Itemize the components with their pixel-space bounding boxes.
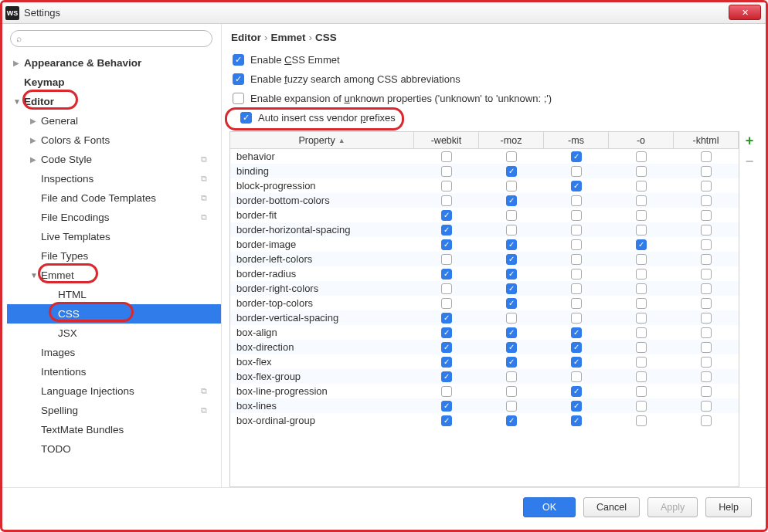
checkbox-icon[interactable] xyxy=(441,269,452,280)
apply-button[interactable]: Apply xyxy=(647,497,698,517)
checkbox-icon[interactable] xyxy=(636,166,647,177)
sidebar-item-keymap[interactable]: Keymap xyxy=(7,73,221,92)
table-row[interactable]: box-flex xyxy=(230,354,739,369)
sidebar-item-intentions[interactable]: Intentions xyxy=(7,362,221,381)
col-header-o[interactable]: -o xyxy=(609,132,674,148)
checkbox-icon[interactable] xyxy=(506,342,517,353)
prefix-cell[interactable] xyxy=(414,269,479,280)
prefix-cell[interactable] xyxy=(674,357,739,368)
prefix-cell[interactable] xyxy=(609,151,674,162)
checkbox-icon[interactable] xyxy=(441,283,452,294)
prefix-cell[interactable] xyxy=(544,401,609,412)
prefix-cell[interactable] xyxy=(674,283,739,294)
sidebar-item-inspections[interactable]: Inspections⧉ xyxy=(7,169,221,188)
table-row[interactable]: box-align xyxy=(230,325,739,340)
checkbox-icon[interactable] xyxy=(636,401,647,412)
prefix-cell[interactable] xyxy=(609,327,674,338)
checkbox-icon[interactable] xyxy=(441,401,452,412)
prefix-cell[interactable] xyxy=(544,254,609,265)
prefix-cell[interactable] xyxy=(609,313,674,324)
table-row[interactable]: border-fit xyxy=(230,208,739,222)
checkbox-icon[interactable] xyxy=(636,313,647,324)
checkbox-icon[interactable] xyxy=(506,210,517,221)
col-header-moz[interactable]: -moz xyxy=(479,132,544,148)
col-header-property[interactable]: Property▲ xyxy=(230,132,414,148)
checkbox-icon[interactable] xyxy=(571,166,582,177)
table-row[interactable]: border-right-colors xyxy=(230,281,739,296)
sidebar-item-general[interactable]: ▶General xyxy=(7,111,221,130)
checkbox-icon[interactable] xyxy=(506,357,517,368)
prefix-cell[interactable] xyxy=(544,210,609,221)
checkbox-icon[interactable] xyxy=(571,181,582,191)
prefix-cell[interactable] xyxy=(609,166,674,177)
checkbox-icon[interactable] xyxy=(441,195,452,206)
checkbox-icon[interactable] xyxy=(701,181,712,191)
prefix-cell[interactable] xyxy=(544,151,609,162)
checkbox-icon[interactable] xyxy=(441,166,452,177)
checkbox-icon[interactable] xyxy=(441,298,452,309)
col-header-webkit[interactable]: -webkit xyxy=(414,132,479,148)
checkbox-icon[interactable] xyxy=(506,327,517,338)
checkbox-icon[interactable] xyxy=(571,225,582,236)
prefix-cell[interactable] xyxy=(544,357,609,368)
prefix-cell[interactable] xyxy=(544,225,609,236)
prefix-cell[interactable] xyxy=(609,239,674,250)
prefix-cell[interactable] xyxy=(544,166,609,177)
checkbox-icon[interactable] xyxy=(636,415,647,426)
sidebar-item-images[interactable]: Images xyxy=(7,343,221,362)
checkbox-icon[interactable] xyxy=(571,386,582,397)
sidebar-item-appearance-behavior[interactable]: ▶Appearance & Behavior xyxy=(7,53,221,73)
prefix-cell[interactable] xyxy=(414,415,479,426)
checkbox-icon[interactable] xyxy=(701,298,712,309)
close-button[interactable]: ✕ xyxy=(729,5,761,20)
checkbox-icon[interactable] xyxy=(506,181,517,191)
checkbox-icon[interactable] xyxy=(701,254,712,265)
prefix-cell[interactable] xyxy=(609,357,674,368)
prefix-cell[interactable] xyxy=(479,225,544,236)
checkbox-icon[interactable] xyxy=(441,225,452,236)
prefix-cell[interactable] xyxy=(609,225,674,236)
col-header-khtml[interactable]: -khtml xyxy=(674,132,739,148)
sidebar-item-html[interactable]: HTML xyxy=(7,285,221,304)
checkbox-icon[interactable] xyxy=(571,327,582,338)
prefix-cell[interactable] xyxy=(674,401,739,412)
checkbox-icon[interactable] xyxy=(636,239,647,250)
checkbox-icon[interactable] xyxy=(701,239,712,250)
sidebar-item-code-style[interactable]: ▶Code Style⧉ xyxy=(7,150,221,169)
checkbox-icon[interactable] xyxy=(701,386,712,397)
checkbox-icon[interactable] xyxy=(636,283,647,294)
checkbox-icon[interactable] xyxy=(701,313,712,324)
prefix-cell[interactable] xyxy=(674,269,739,280)
prefix-cell[interactable] xyxy=(544,269,609,280)
prefix-cell[interactable] xyxy=(674,327,739,338)
checkbox-icon[interactable] xyxy=(571,371,582,382)
prefix-cell[interactable] xyxy=(609,181,674,191)
sidebar-item-editor[interactable]: ▼Editor xyxy=(7,92,221,111)
sidebar-item-textmate-bundles[interactable]: TextMate Bundles xyxy=(7,420,221,439)
option-0[interactable]: Enable CSS Emmet xyxy=(233,54,760,66)
checkbox-icon[interactable] xyxy=(701,269,712,280)
checkbox-icon[interactable] xyxy=(571,195,582,206)
cancel-button[interactable]: Cancel xyxy=(583,497,640,517)
prefix-cell[interactable] xyxy=(609,195,674,206)
prefix-cell[interactable] xyxy=(609,298,674,309)
checkbox-icon[interactable] xyxy=(506,371,517,382)
checkbox-icon[interactable] xyxy=(636,254,647,265)
prefix-cell[interactable] xyxy=(609,342,674,353)
prefix-cell[interactable] xyxy=(609,415,674,426)
prefix-cell[interactable] xyxy=(479,239,544,250)
checkbox-icon[interactable] xyxy=(441,386,452,397)
checkbox-icon[interactable] xyxy=(441,371,452,382)
sidebar-item-file-encodings[interactable]: File Encodings⧉ xyxy=(7,208,221,227)
prefix-cell[interactable] xyxy=(479,283,544,294)
prefix-cell[interactable] xyxy=(479,386,544,397)
table-row[interactable]: border-horizontal-spacing xyxy=(230,222,739,237)
prefix-cell[interactable] xyxy=(674,210,739,221)
prefix-cell[interactable] xyxy=(674,239,739,250)
prefix-cell[interactable] xyxy=(674,313,739,324)
prefix-cell[interactable] xyxy=(414,283,479,294)
prefix-cell[interactable] xyxy=(674,342,739,353)
prefix-cell[interactable] xyxy=(544,298,609,309)
prefix-cell[interactable] xyxy=(479,195,544,206)
prefix-cell[interactable] xyxy=(674,151,739,162)
